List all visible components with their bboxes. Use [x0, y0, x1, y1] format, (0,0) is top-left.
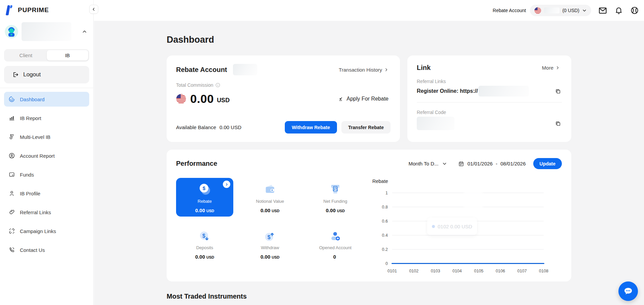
- mail-button[interactable]: [598, 6, 607, 15]
- date-range-select[interactable]: Month To D...: [406, 160, 449, 167]
- tile-label: Rebate: [198, 199, 212, 204]
- account-type-toggle: Client IB: [4, 49, 89, 62]
- tile-net-funding[interactable]: $ Net Funding 0.00USD: [307, 178, 364, 217]
- performance-card: Performance Month To D... 01/01/2026 -: [167, 150, 571, 281]
- wallet-icon: [263, 182, 277, 197]
- dollar-down-icon: $: [198, 230, 211, 243]
- chevron-down-icon: [582, 8, 587, 13]
- person-circle-icon: [8, 152, 15, 159]
- rebate-coin-icon: $: [198, 182, 212, 197]
- tile-value: 0.00USD: [326, 207, 345, 213]
- profile-collapse-button[interactable]: [80, 28, 89, 36]
- date-from: 01/01/2026: [467, 161, 493, 166]
- sidebar-item-account-report[interactable]: Account Report: [4, 148, 89, 163]
- dashboard-icon: [8, 96, 15, 103]
- apply-for-rebate-label: Apply For Rebate: [346, 96, 388, 102]
- copy-icon: [555, 120, 561, 127]
- topbar-account-type-label: Rebate Account: [493, 8, 526, 13]
- account-selector[interactable]: (0 USD): [530, 5, 591, 16]
- sidebar: PUPRIME Client IB: [0, 0, 94, 305]
- toggle-ib[interactable]: IB: [47, 50, 89, 61]
- brand-logo-icon: [5, 5, 15, 15]
- date-range-value: Month To D...: [408, 161, 438, 166]
- referral-links-label: Referral Links: [417, 79, 562, 84]
- brand-logo[interactable]: PUPRIME: [4, 0, 89, 15]
- chart-blur-patch: [464, 183, 483, 214]
- sidebar-item-funds[interactable]: Funds: [4, 167, 89, 182]
- date-separator: -: [496, 161, 497, 166]
- account-number-redacted: [544, 7, 560, 13]
- copy-referral-link-button[interactable]: [554, 87, 562, 95]
- toggle-client[interactable]: Client: [5, 50, 47, 61]
- link-card-title: Link: [417, 64, 431, 72]
- bell-icon: [614, 6, 623, 15]
- chart-title: Rebate: [372, 179, 388, 184]
- app-root: PUPRIME Client IB: [0, 0, 644, 305]
- apply-for-rebate-button[interactable]: Apply For Rebate: [336, 96, 391, 102]
- sidebar-item-contact-us[interactable]: Contact Us: [4, 242, 89, 257]
- sidebar-item-ib-profile[interactable]: IB Profile: [4, 186, 89, 201]
- chat-bubble-icon: [623, 286, 634, 297]
- available-balance-value: 0.00 USD: [219, 124, 241, 130]
- profile-section[interactable]: [4, 22, 89, 41]
- tile-value: 0.00USD: [195, 254, 214, 260]
- update-button[interactable]: Update: [533, 158, 562, 169]
- sidebar-item-ib-report[interactable]: IB Report: [4, 111, 89, 125]
- menu-label: IB Report: [20, 115, 41, 121]
- sidebar-collapse-button[interactable]: [89, 5, 98, 14]
- phone-icon: [8, 246, 15, 253]
- tile-label: Net Funding: [324, 199, 347, 204]
- logout-button[interactable]: Logout: [4, 66, 89, 83]
- link-card-divider: [417, 102, 562, 103]
- sidebar-item-campaign-links[interactable]: Campaign Links: [4, 224, 89, 238]
- link-more-button[interactable]: More: [540, 65, 562, 71]
- person-plus-icon: [329, 230, 342, 243]
- menu-label: IB Profile: [20, 191, 40, 196]
- info-icon[interactable]: [215, 82, 221, 88]
- chevron-right-icon: [384, 68, 388, 72]
- transfer-rebate-button[interactable]: Transfer Rebate: [341, 121, 391, 134]
- svg-text:$: $: [268, 234, 271, 240]
- transaction-history-label: Transaction History: [339, 67, 382, 73]
- account-balance: (0 USD): [562, 8, 579, 13]
- referral-code-label: Referral Code: [417, 110, 562, 115]
- calendar-icon: [458, 161, 464, 167]
- tile-label: Opened Account: [319, 245, 351, 250]
- sidebar-item-multi-level-ib[interactable]: Multi-Level IB: [4, 129, 89, 144]
- tile-value: 0.00USD: [261, 207, 279, 213]
- transaction-history-link[interactable]: Transaction History: [337, 67, 391, 73]
- logout-label: Logout: [23, 71, 41, 78]
- tile-withdraw[interactable]: $ Withdraw 0.00USD: [241, 226, 299, 260]
- globe-icon: [630, 6, 639, 15]
- tile-label: Withdraw: [261, 245, 279, 250]
- withdraw-rebate-button[interactable]: Withdraw Rebate: [285, 121, 337, 134]
- bar-chart-icon: [8, 115, 15, 121]
- chart-tooltip: 0102 0.00 USD: [427, 218, 477, 235]
- date-range-picker[interactable]: 01/01/2026 - 08/01/2026: [458, 161, 526, 167]
- us-flag-icon: [176, 94, 186, 104]
- tile-opened-account[interactable]: Opened Account 0: [307, 226, 364, 260]
- date-to: 08/01/2026: [500, 161, 526, 166]
- menu-label: Contact Us: [20, 247, 45, 253]
- broken-link-icon: [8, 228, 15, 234]
- rebate-chart: Rebate 00.20.40.60.810101010201030104010…: [372, 178, 562, 277]
- sidebar-item-referral-links[interactable]: Referral Links: [4, 205, 89, 220]
- us-flag-icon: [534, 7, 541, 14]
- atm-deposit-icon: $: [329, 182, 342, 197]
- language-button[interactable]: [630, 6, 639, 15]
- chevron-right-circle-icon[interactable]: [223, 181, 230, 188]
- notifications-button[interactable]: [614, 6, 623, 15]
- commission-value: 0.00: [190, 92, 214, 106]
- chat-fab-button[interactable]: [618, 281, 638, 301]
- copy-referral-code-button[interactable]: [554, 120, 562, 127]
- tile-deposits[interactable]: $ Deposits 0.00USD: [176, 226, 233, 260]
- apply-rebate-icon: [338, 96, 343, 102]
- logout-icon: [12, 71, 19, 78]
- tile-notional-value[interactable]: Notional Value 0.00USD: [241, 178, 299, 217]
- tile-rebate[interactable]: $ Rebate 0.00USD: [176, 178, 233, 217]
- tile-value: 0.00USD: [195, 207, 214, 213]
- referral-link-text: Register Online: https://: [417, 88, 478, 94]
- dollar-up-icon: $: [263, 230, 277, 243]
- sidebar-item-dashboard[interactable]: Dashboard: [4, 92, 89, 107]
- tile-label: Notional Value: [256, 199, 284, 204]
